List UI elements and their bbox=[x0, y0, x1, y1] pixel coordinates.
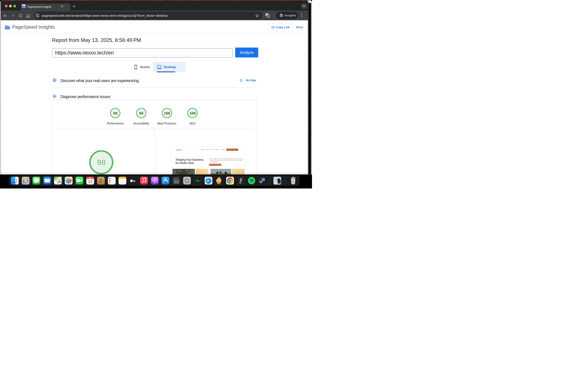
svg-text:MAY: MAY bbox=[89, 177, 92, 179]
svg-text:13: 13 bbox=[88, 179, 92, 184]
svg-text:98: 98 bbox=[97, 159, 106, 167]
svg-text:tv: tv bbox=[133, 179, 135, 182]
svg-text:文: 文 bbox=[268, 15, 269, 17]
svg-text:100: 100 bbox=[189, 111, 196, 116]
svg-text:96: 96 bbox=[139, 111, 143, 116]
svg-text:98: 98 bbox=[113, 111, 117, 116]
svg-text:100: 100 bbox=[164, 111, 170, 116]
